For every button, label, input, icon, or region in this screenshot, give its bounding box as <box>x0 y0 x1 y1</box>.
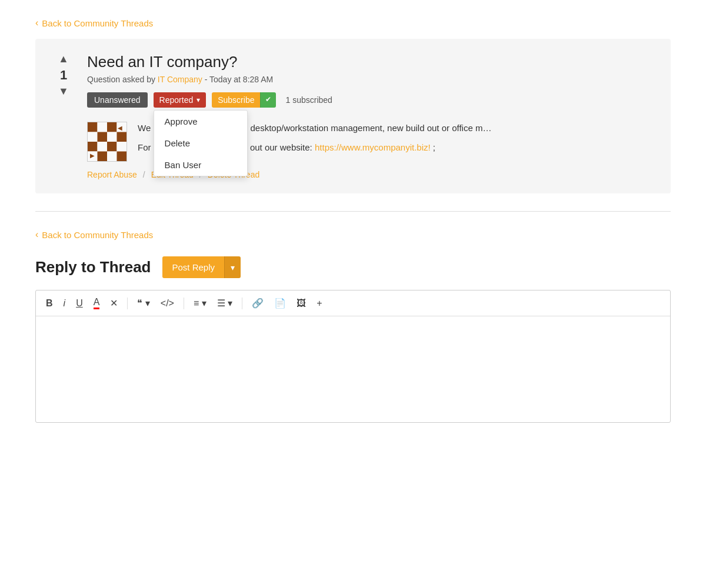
vote-section: ▲ 1 ▼ <box>52 53 75 98</box>
meta-prefix: Question asked by <box>87 75 155 84</box>
vote-count: 1 <box>60 68 67 83</box>
menu-item-delete[interactable]: Delete <box>154 132 247 154</box>
reported-badge[interactable]: Reported ▾ <box>154 92 207 108</box>
toolbar-sep3 <box>242 298 242 309</box>
toolbar-blockquote[interactable]: ❝ ▾ <box>134 296 152 310</box>
svg-rect-5 <box>88 132 98 142</box>
report-abuse-link[interactable]: Report Abuse <box>87 170 137 179</box>
toolbar-unordered-list[interactable]: ☰ ▾ <box>214 296 235 310</box>
chevron-left-icon-top: ‹ <box>35 18 38 28</box>
svg-text:◀: ◀ <box>118 125 122 131</box>
toolbar-document[interactable]: 📄 <box>271 296 289 310</box>
svg-rect-14 <box>98 152 108 162</box>
svg-text:▶: ▶ <box>90 152 95 159</box>
post-reply-group: Post Reply ▾ <box>162 256 241 278</box>
thread-title: Need an IT company? <box>87 53 654 71</box>
toolbar-underline[interactable]: U <box>73 296 86 310</box>
svg-rect-9 <box>88 142 98 152</box>
editor-body[interactable] <box>36 316 670 422</box>
section-divider <box>35 211 671 212</box>
website-link[interactable]: https://www.mycompanyit.biz! <box>315 142 431 152</box>
svg-rect-8 <box>117 132 127 142</box>
svg-rect-7 <box>107 132 117 142</box>
svg-text:◀: ◀ <box>118 152 122 159</box>
subscribed-count: 1 subscribed <box>285 95 332 105</box>
toolbar-image[interactable]: 🖼 <box>294 296 309 310</box>
thread-meta: Question asked by IT Company - Today at … <box>87 75 654 84</box>
svg-rect-6 <box>98 132 108 142</box>
toolbar-code[interactable]: </> <box>158 296 177 310</box>
post-reply-dropdown-button[interactable]: ▾ <box>224 256 241 278</box>
meta-suffix: - Today at 8:28 AM <box>205 75 273 84</box>
subscribe-group: Subscribe ✔ <box>212 92 276 108</box>
subscribe-badge[interactable]: Subscribe <box>212 92 260 108</box>
editor-toolbar: B i U A ✕ ❝ ▾ </> ≡ ▾ ☰ ▾ 🔗 📄 🖼 + <box>36 290 670 316</box>
svg-rect-12 <box>117 142 127 152</box>
reply-title: Reply to Thread <box>35 258 151 276</box>
reported-badge-container: Reported ▾ Approve Delete Ban User <box>154 92 207 108</box>
thread-card: ▲ 1 ▼ Need an IT company? Question asked… <box>35 39 671 193</box>
reported-dropdown-menu: Approve Delete Ban User <box>154 110 248 176</box>
reply-header: Reply to Thread Post Reply ▾ <box>35 256 671 278</box>
menu-item-approve[interactable]: Approve <box>154 111 247 132</box>
reported-dropdown-arrow: ▾ <box>197 96 200 104</box>
thread-content: Need an IT company? Question asked by IT… <box>87 53 654 179</box>
svg-rect-15 <box>107 152 117 162</box>
svg-rect-2 <box>98 122 108 132</box>
toolbar-link[interactable]: 🔗 <box>249 296 267 310</box>
toolbar-italic[interactable]: i <box>61 296 69 310</box>
unanswered-badge: Unanswered <box>87 92 148 108</box>
badges-row: Unanswered Reported ▾ Approve Delete Ban… <box>87 92 654 108</box>
vote-down-button[interactable]: ▼ <box>58 85 69 98</box>
svg-rect-3 <box>107 122 117 132</box>
editor-container: B i U A ✕ ❝ ▾ </> ≡ ▾ ☰ ▾ 🔗 📄 🖼 + <box>35 290 671 423</box>
svg-text:▶: ▶ <box>90 125 95 131</box>
subscribe-toggle[interactable]: ✔ <box>260 92 276 108</box>
toolbar-font-color[interactable]: A <box>91 295 103 311</box>
menu-item-ban-user[interactable]: Ban User <box>154 154 247 176</box>
toolbar-eraser[interactable]: ✕ <box>107 296 121 310</box>
svg-rect-10 <box>98 142 108 152</box>
vote-up-button[interactable]: ▲ <box>58 53 69 65</box>
toolbar-ordered-list[interactable]: ≡ ▾ <box>191 296 209 310</box>
toolbar-bold[interactable]: B <box>43 296 56 310</box>
avatar: ▶ ◀ ▶ ◀ <box>87 122 127 162</box>
toolbar-sep2 <box>184 298 184 309</box>
toolbar-plus[interactable]: + <box>314 296 325 310</box>
chevron-left-icon-bottom: ‹ <box>35 229 38 240</box>
back-to-threads-top[interactable]: ‹ Back to Community Threads <box>35 18 153 28</box>
svg-rect-11 <box>107 142 117 152</box>
post-reply-button[interactable]: Post Reply <box>162 256 224 278</box>
author-link[interactable]: IT Company <box>158 75 202 84</box>
toolbar-sep1 <box>127 298 128 309</box>
back-to-threads-bottom[interactable]: ‹ Back to Community Threads <box>35 229 153 240</box>
reply-section: Reply to Thread Post Reply ▾ B i U A ✕ ❝… <box>35 256 671 423</box>
